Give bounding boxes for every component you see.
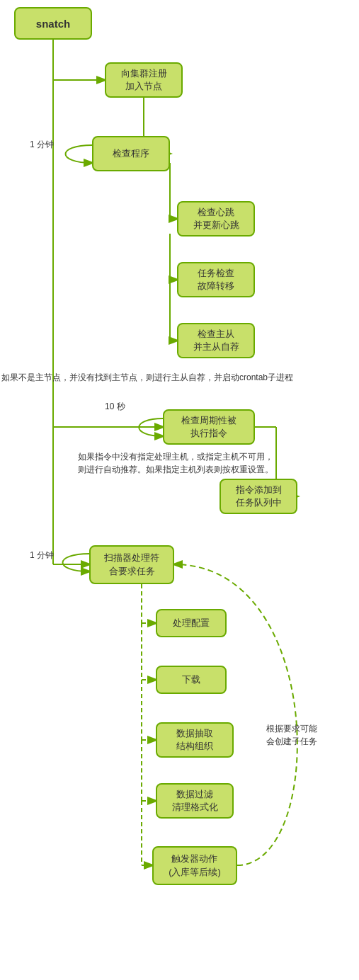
label-1min-bot: 1 分钟 — [30, 549, 54, 562]
diagram: snatch 向集群注册加入节点 检查程序 检查心跳并更新心跳 任务检查故障转移… — [0, 0, 359, 980]
node-n8-label: 扫描器处理符合要求任务 — [104, 552, 159, 577]
node-n11-label: 数据抽取结构组织 — [176, 727, 213, 753]
node-n9: 处理配置 — [156, 609, 227, 637]
node-n6-label: 检查周期性被执行指令 — [181, 414, 237, 440]
node-n5: 检查主从并主从自荐 — [177, 323, 255, 358]
node-n3-label: 检查心跳并更新心跳 — [193, 206, 239, 232]
node-n10-label: 下载 — [182, 673, 200, 686]
annotation-3: 根据要求可能会创建子任务 — [266, 722, 317, 748]
node-n5-label: 检查主从并主从自荐 — [193, 328, 239, 353]
node-n7-label: 指令添加到任务队列中 — [236, 484, 282, 509]
node-n6: 检查周期性被执行指令 — [163, 409, 255, 445]
label-1min-top: 1 分钟 — [30, 138, 54, 151]
node-n1-label: 向集群注册加入节点 — [121, 67, 167, 93]
node-n12-label: 数据过滤清理格式化 — [172, 788, 218, 814]
node-n11: 数据抽取结构组织 — [156, 722, 234, 758]
annotation-2: 如果指令中没有指定处理主机，或指定主机不可用，则进行自动推荐。如果指定主机列表则… — [78, 450, 273, 476]
node-n13: 触发器动作(入库等后续) — [152, 846, 237, 885]
node-root: snatch — [14, 7, 92, 40]
annotation-1: 如果不是主节点，并没有找到主节点，则进行主从自荐，并启动crontab子进程 — [1, 371, 293, 384]
node-n12: 数据过滤清理格式化 — [156, 783, 234, 819]
node-n4: 任务检查故障转移 — [177, 262, 255, 297]
node-n10: 下载 — [156, 666, 227, 694]
node-n9-label: 处理配置 — [173, 617, 210, 629]
node-n1: 向集群注册加入节点 — [105, 62, 183, 98]
node-n4-label: 任务检查故障转移 — [198, 267, 234, 292]
flow-lines — [0, 0, 359, 980]
node-n2-label: 检查程序 — [113, 147, 149, 160]
label-10sec: 10 秒 — [105, 400, 125, 413]
node-n13-label: 触发器动作(入库等后续) — [169, 853, 221, 878]
node-n7: 指令添加到任务队列中 — [220, 479, 297, 514]
node-n3: 检查心跳并更新心跳 — [177, 201, 255, 237]
node-n8: 扫描器处理符合要求任务 — [89, 545, 174, 584]
node-root-label: snatch — [36, 16, 70, 31]
node-n2: 检查程序 — [92, 136, 170, 171]
